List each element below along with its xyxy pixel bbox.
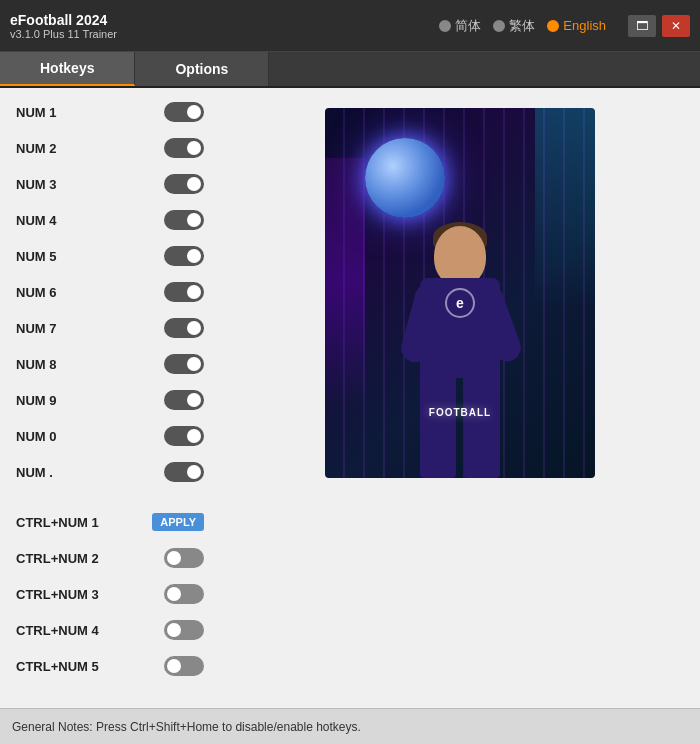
hotkeys-panel: NUM 1 NUM 2 NUM 3 NUM 4 NUM 5 NUM 6 (0, 88, 220, 708)
hotkey-row-num5: NUM 5 (16, 242, 204, 270)
lang-english[interactable]: English (547, 18, 606, 33)
hotkey-label-num3: NUM 3 (16, 177, 96, 192)
app-title: eFootball 2024 (10, 12, 117, 28)
hotkey-row-ctrl-num3: CTRL+NUM 3 (16, 580, 204, 608)
lang-english-radio[interactable] (547, 20, 559, 32)
tab-options-label: Options (175, 61, 228, 77)
cyan-accent (535, 108, 595, 308)
hotkey-label-ctrl-num5: CTRL+NUM 5 (16, 659, 99, 674)
options-panel: e FOOTBALL (220, 88, 700, 708)
hotkey-toggle-ctrl-num5[interactable] (164, 656, 204, 676)
efootball-logo-circle: e (445, 288, 475, 318)
hotkey-toggle-num6[interactable] (164, 282, 204, 302)
hotkey-toggle-num5[interactable] (164, 246, 204, 266)
lang-traditional-radio[interactable] (493, 20, 505, 32)
hotkey-toggle-numdot[interactable] (164, 462, 204, 482)
hotkey-row-numdot: NUM . (16, 458, 204, 486)
lang-simplified[interactable]: 简体 (439, 17, 481, 35)
hotkey-row-num8: NUM 8 (16, 350, 204, 378)
lang-english-label: English (563, 18, 606, 33)
hotkey-row-num9: NUM 9 (16, 386, 204, 414)
hotkey-toggle-ctrl-num2[interactable] (164, 548, 204, 568)
hotkey-label-ctrl-num1: CTRL+NUM 1 (16, 515, 99, 530)
hotkey-row-num7: NUM 7 (16, 314, 204, 342)
spacer (16, 494, 204, 508)
hotkey-toggle-num2[interactable] (164, 138, 204, 158)
hotkey-toggle-num3[interactable] (164, 174, 204, 194)
app-subtitle: v3.1.0 Plus 11 Trainer (10, 28, 117, 40)
hotkey-row-num1: NUM 1 (16, 98, 204, 126)
tab-options[interactable]: Options (135, 52, 269, 86)
shirt-logo-text: FOOTBALL (429, 407, 491, 418)
lang-traditional[interactable]: 繁体 (493, 17, 535, 35)
title-bar: eFootball 2024 v3.1.0 Plus 11 Trainer 简体… (0, 0, 700, 52)
shirt-logo: FOOTBALL (429, 407, 491, 418)
hotkey-label-num0: NUM 0 (16, 429, 96, 444)
soccer-ball (365, 138, 445, 218)
hotkey-label-num5: NUM 5 (16, 249, 96, 264)
lang-simplified-radio[interactable] (439, 20, 451, 32)
purple-glow (325, 158, 365, 408)
hotkey-label-num1: NUM 1 (16, 105, 96, 120)
app-info: eFootball 2024 v3.1.0 Plus 11 Trainer (10, 12, 117, 40)
player-head (434, 226, 486, 286)
hotkey-row-ctrl-num1: CTRL+NUM 1 APPLY (16, 508, 204, 536)
hotkey-label-num4: NUM 4 (16, 213, 96, 228)
player-legs (420, 358, 500, 478)
hotkey-label-num2: NUM 2 (16, 141, 96, 156)
player-leg-right (464, 358, 500, 478)
hotkey-label-num6: NUM 6 (16, 285, 96, 300)
hotkey-row-ctrl-num4: CTRL+NUM 4 (16, 616, 204, 644)
hotkey-row-num6: NUM 6 (16, 278, 204, 306)
hotkey-toggle-ctrl-num3[interactable] (164, 584, 204, 604)
hotkey-row-num0: NUM 0 (16, 422, 204, 450)
status-bar: General Notes: Press Ctrl+Shift+Home to … (0, 708, 700, 744)
hotkey-label-numdot: NUM . (16, 465, 96, 480)
window-controls: 🗖 ✕ (628, 15, 690, 37)
tab-hotkeys-label: Hotkeys (40, 60, 94, 76)
hotkey-row-num4: NUM 4 (16, 206, 204, 234)
tab-hotkeys[interactable]: Hotkeys (0, 52, 135, 86)
hotkey-toggle-num0[interactable] (164, 426, 204, 446)
lang-traditional-label: 繁体 (509, 17, 535, 35)
lang-simplified-label: 简体 (455, 17, 481, 35)
hotkey-label-ctrl-num2: CTRL+NUM 2 (16, 551, 99, 566)
minimize-button[interactable]: 🗖 (628, 15, 656, 37)
hotkey-row-num3: NUM 3 (16, 170, 204, 198)
hotkey-toggle-num8[interactable] (164, 354, 204, 374)
close-button[interactable]: ✕ (662, 15, 690, 37)
hotkey-toggle-ctrl-num4[interactable] (164, 620, 204, 640)
hotkey-row-ctrl-num2: CTRL+NUM 2 (16, 544, 204, 572)
status-text: General Notes: Press Ctrl+Shift+Home to … (12, 720, 361, 734)
tab-bar: Hotkeys Options (0, 52, 700, 88)
hotkey-label-num7: NUM 7 (16, 321, 96, 336)
game-image: e FOOTBALL (325, 108, 595, 478)
player-leg-left (420, 358, 456, 478)
hotkey-toggle-num1[interactable] (164, 102, 204, 122)
lang-controls: 简体 繁体 English 🗖 ✕ (439, 15, 690, 37)
hotkey-label-ctrl-num4: CTRL+NUM 4 (16, 623, 99, 638)
apply-button[interactable]: APPLY (152, 513, 204, 531)
hotkey-row-ctrl-num5: CTRL+NUM 5 (16, 652, 204, 680)
hotkey-label-ctrl-num3: CTRL+NUM 3 (16, 587, 99, 602)
hotkey-toggle-num9[interactable] (164, 390, 204, 410)
main-content: NUM 1 NUM 2 NUM 3 NUM 4 NUM 5 NUM 6 (0, 88, 700, 708)
hotkey-row-num2: NUM 2 (16, 134, 204, 162)
hotkey-toggle-num4[interactable] (164, 210, 204, 230)
hotkey-label-num8: NUM 8 (16, 357, 96, 372)
hotkey-toggle-num7[interactable] (164, 318, 204, 338)
player-body: e (390, 208, 530, 478)
hotkey-label-num9: NUM 9 (16, 393, 96, 408)
